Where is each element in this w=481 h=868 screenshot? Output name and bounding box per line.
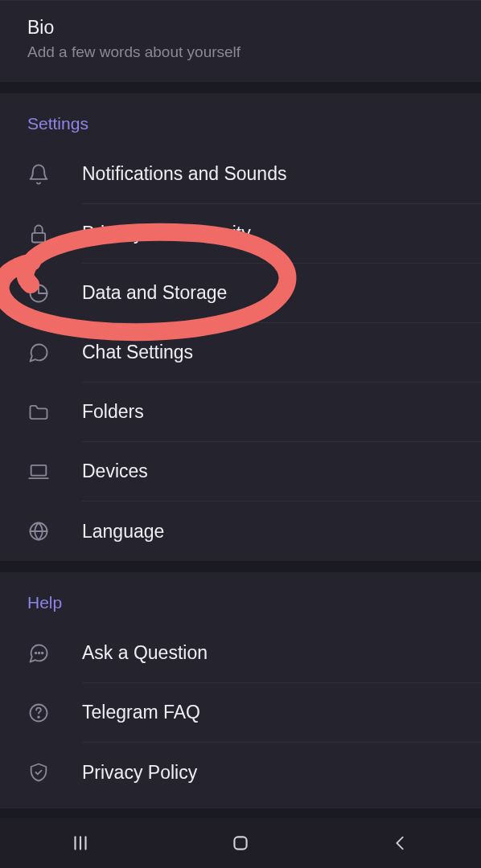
android-navbar [0, 818, 481, 868]
bio-section: Bio Add a few words about yourself [0, 0, 481, 82]
shield-icon [27, 761, 82, 784]
help-section: Help Ask a Question Telegram FAQ [0, 572, 481, 809]
bio-title: Bio [27, 17, 454, 39]
settings-item-language[interactable]: Language [0, 502, 481, 561]
lock-icon [27, 223, 82, 245]
svg-point-6 [42, 653, 43, 654]
bio-subtitle: Add a few words about yourself [27, 43, 454, 61]
settings-section: Settings Notifications and Sounds Privac… [0, 93, 481, 561]
settings-item-label: Privacy and Security [82, 204, 481, 264]
settings-item-label: Notifications and Sounds [82, 145, 481, 204]
laptop-icon [27, 461, 82, 483]
svg-rect-2 [31, 465, 47, 476]
chat-icon [27, 342, 82, 364]
help-item-label: Ask a Question [82, 624, 481, 683]
settings-item-label: Data and Storage [82, 264, 481, 323]
nav-recent-button[interactable] [32, 819, 129, 867]
pie-icon [27, 282, 82, 305]
svg-rect-0 [32, 233, 45, 243]
settings-item-label: Folders [82, 383, 481, 442]
settings-item-label: Devices [82, 442, 481, 502]
help-item-label: Privacy Policy [82, 743, 481, 802]
settings-header: Settings [0, 93, 481, 145]
svg-point-4 [35, 653, 37, 654]
help-item-label: Telegram FAQ [82, 683, 481, 743]
svg-point-5 [39, 653, 40, 654]
help-item-privacy-policy[interactable]: Privacy Policy [0, 743, 481, 802]
settings-item-notifications[interactable]: Notifications and Sounds [0, 145, 481, 204]
settings-item-chat[interactable]: Chat Settings [0, 323, 481, 383]
settings-item-devices[interactable]: Devices [0, 442, 481, 502]
settings-item-label: Chat Settings [82, 323, 481, 383]
speech-icon [27, 642, 82, 665]
folder-icon [27, 401, 82, 424]
settings-item-folders[interactable]: Folders [0, 383, 481, 442]
help-header: Help [0, 572, 481, 624]
nav-home-button[interactable] [192, 819, 289, 867]
help-item-ask[interactable]: Ask a Question [0, 624, 481, 683]
bio-row[interactable]: Bio Add a few words about yourself [0, 0, 481, 82]
bell-icon [27, 163, 82, 186]
settings-item-label: Language [82, 502, 481, 561]
settings-item-privacy[interactable]: Privacy and Security [0, 204, 481, 264]
globe-icon [27, 520, 82, 542]
svg-point-8 [38, 716, 39, 718]
help-item-faq[interactable]: Telegram FAQ [0, 683, 481, 743]
settings-item-data-storage[interactable]: Data and Storage [0, 264, 481, 323]
question-icon [27, 702, 82, 724]
svg-rect-9 [234, 837, 246, 849]
nav-back-button[interactable] [352, 819, 449, 867]
